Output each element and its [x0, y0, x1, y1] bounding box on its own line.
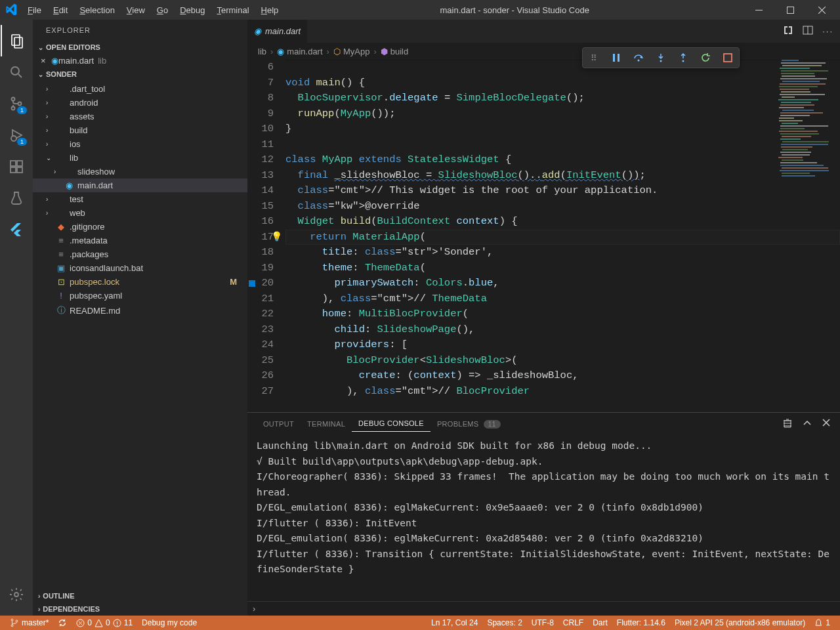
svg-point-7	[18, 102, 22, 106]
close-panel-icon[interactable]	[822, 418, 831, 430]
restart-icon[interactable]	[698, 51, 713, 65]
breadcrumb[interactable]: lib › ◉main.dart › ⬡MyApp › ⬢build	[247, 43, 840, 60]
chevron-down-icon: ⌄	[38, 71, 43, 78]
notifications-status[interactable]: 1	[810, 618, 835, 627]
svg-rect-10	[10, 167, 16, 173]
tree-item[interactable]: ›test	[33, 192, 247, 206]
git-branch-status[interactable]: master*	[5, 618, 53, 627]
close-icon[interactable]: ×	[41, 56, 51, 66]
open-editor-item[interactable]: × ◉ main.dart lib	[33, 54, 247, 68]
menu-terminal[interactable]: Terminal	[211, 3, 254, 18]
explorer-activity-icon[interactable]	[1, 25, 32, 56]
svg-point-6	[12, 107, 15, 110]
svg-point-32	[117, 625, 117, 625]
editor-area: ◉ main.dart ··· ⠿ lib › ◉main.dart › ⬡My	[247, 20, 840, 616]
sidebar-title: EXPLORER	[33, 20, 247, 41]
tree-item[interactable]: ▣iconsandlaunch.bat	[33, 261, 247, 275]
flutter-activity-icon[interactable]	[1, 214, 32, 245]
tree-item[interactable]: ›build	[33, 123, 247, 137]
flutter-status[interactable]: Flutter: 1.14.6	[612, 618, 670, 627]
menu-view[interactable]: View	[121, 3, 150, 18]
eol-status[interactable]: CRLF	[558, 618, 588, 627]
panel: OUTPUT TERMINAL DEBUG CONSOLE PROBLEMS 1…	[247, 412, 840, 616]
tree-item[interactable]: ◉main.dart	[33, 178, 247, 192]
tree-item[interactable]: ≡.metadata	[33, 234, 247, 247]
menubar: FileEditSelectionViewGoDebugTerminalHelp	[22, 3, 284, 18]
tree-item[interactable]: !pubspec.yaml	[33, 289, 247, 303]
svg-rect-16	[613, 54, 615, 62]
statusbar: master* 0 0 11 Debug my code Ln 17, Col …	[0, 616, 840, 630]
tree-item[interactable]: ›.dart_tool	[33, 82, 247, 96]
language-status[interactable]: Dart	[588, 618, 612, 627]
menu-file[interactable]: File	[22, 3, 47, 18]
code-editor[interactable]: 6789101112131415161718192021222324252627…	[247, 60, 840, 412]
panel-tab-terminal[interactable]: TERMINAL	[301, 416, 352, 432]
split-editor-icon[interactable]	[803, 25, 813, 37]
svg-point-5	[12, 98, 15, 101]
cursor-position-status[interactable]: Ln 17, Col 24	[427, 618, 482, 627]
panel-tab-problems[interactable]: PROBLEMS 11	[430, 416, 507, 432]
svg-point-4	[11, 67, 19, 75]
tree-item[interactable]: ⓘREADME.md	[33, 303, 247, 318]
tree-item[interactable]: ›assets	[33, 110, 247, 123]
minimize-button[interactable]	[746, 0, 772, 20]
step-into-icon[interactable]	[654, 51, 668, 65]
menu-go[interactable]: Go	[152, 3, 173, 18]
menu-edit[interactable]: Edit	[48, 3, 73, 18]
step-over-icon[interactable]	[631, 51, 646, 65]
source-control-activity-icon[interactable]: 1	[1, 88, 32, 119]
step-out-icon[interactable]	[676, 51, 690, 65]
svg-point-19	[660, 60, 662, 62]
titlebar: FileEditSelectionViewGoDebugTerminalHelp…	[0, 0, 840, 20]
project-section[interactable]: ⌄ SONDER	[33, 68, 247, 81]
debug-console-output[interactable]: Launching lib\main.dart on Android SDK b…	[247, 434, 840, 601]
collapse-panel-icon[interactable]	[802, 418, 812, 430]
editor-tab[interactable]: ◉ main.dart	[247, 20, 308, 43]
tree-item[interactable]: ≡.packages	[33, 247, 247, 261]
more-icon[interactable]: ···	[822, 26, 833, 36]
panel-tab-debug-console[interactable]: DEBUG CONSOLE	[352, 415, 430, 432]
settings-activity-icon[interactable]	[1, 579, 32, 610]
device-status[interactable]: Pixel 2 API 25 (android-x86 emulator)	[670, 618, 810, 627]
close-button[interactable]	[808, 0, 835, 20]
debug-config-status[interactable]: Debug my code	[137, 618, 201, 627]
extensions-activity-icon[interactable]	[1, 151, 32, 182]
maximize-button[interactable]	[777, 0, 803, 20]
tree-item[interactable]: ⌄lib	[33, 151, 247, 165]
dart-file-icon: ◉	[51, 56, 58, 66]
compare-icon[interactable]	[783, 25, 793, 37]
chevron-right-icon: ›	[38, 593, 40, 600]
tree-item[interactable]: ›android	[33, 96, 247, 110]
svg-rect-1	[787, 7, 793, 13]
outline-section[interactable]: › OUTLINE	[33, 589, 247, 602]
menu-debug[interactable]: Debug	[175, 3, 210, 18]
scm-badge: 1	[17, 106, 27, 114]
dependencies-section[interactable]: › DEPENDENCIES	[33, 602, 247, 616]
tree-item[interactable]: ›slideshow	[33, 165, 247, 178]
tree-item[interactable]: ›ios	[33, 137, 247, 151]
search-activity-icon[interactable]	[1, 56, 32, 88]
vscode-logo-icon	[5, 3, 17, 17]
tree-item[interactable]: ⊡pubspec.lockM	[33, 275, 247, 289]
test-activity-icon[interactable]	[1, 182, 32, 214]
tree-item[interactable]: ›web	[33, 206, 247, 220]
editor-tabs: ◉ main.dart ···	[247, 20, 840, 43]
stop-icon[interactable]	[721, 51, 735, 65]
tree-item[interactable]: ◆.gitignore	[33, 220, 247, 234]
activity-bar: 1 1	[0, 20, 33, 616]
indentation-status[interactable]: Spaces: 2	[482, 618, 526, 627]
menu-selection[interactable]: Selection	[74, 3, 119, 18]
pause-icon[interactable]	[609, 51, 623, 65]
problems-status[interactable]: 0 0 11	[72, 618, 137, 627]
open-editors-section[interactable]: ⌄ OPEN EDITORS	[33, 41, 247, 54]
panel-input-chevron[interactable]: ›	[247, 601, 840, 616]
debug-toolbar[interactable]: ⠿	[582, 47, 740, 68]
panel-tab-output[interactable]: OUTPUT	[257, 416, 301, 432]
menu-help[interactable]: Help	[256, 3, 284, 18]
chevron-down-icon: ⌄	[38, 44, 43, 51]
encoding-status[interactable]: UTF-8	[527, 618, 558, 627]
sync-status[interactable]	[53, 618, 72, 627]
drag-handle-icon[interactable]: ⠿	[587, 51, 601, 65]
clear-console-icon[interactable]	[782, 418, 793, 430]
debug-activity-icon[interactable]: 1	[1, 119, 32, 151]
